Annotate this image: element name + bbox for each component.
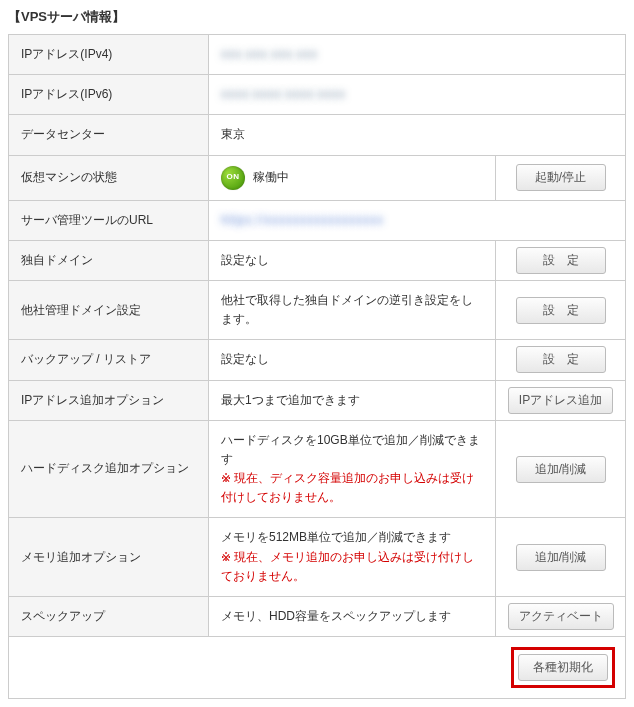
row-ipadd-label: IPアドレス追加オプション	[9, 380, 209, 420]
row-mgmturl-value: https://xxxxxxxxxxxxxxxxx	[209, 200, 626, 240]
row-backup-label: バックアップ / リストア	[9, 340, 209, 380]
on-icon: ON	[221, 166, 245, 190]
backup-config-button[interactable]: 設 定	[516, 346, 606, 373]
row-ipv6-value: xxxx:xxxx:xxxx:xxxx	[209, 75, 626, 115]
row-specup-value: メモリ、HDD容量をスペックアップします	[209, 597, 496, 637]
row-ipadd-value: 最大1つまで追加できます	[209, 380, 496, 420]
row-vmstatus-value: ON 稼働中	[209, 155, 496, 200]
hdd-add-note: ※ 現在、ディスク容量追加のお申し込みは受け付けしておりません。	[221, 471, 474, 504]
row-memadd-label: メモリ追加オプション	[9, 518, 209, 597]
mem-add-remove-button[interactable]: 追加/削減	[516, 544, 606, 571]
page-title: 【VPSサーバ情報】	[8, 8, 626, 26]
row-hddadd-value: ハードディスクを10GB単位で追加／削減できます ※ 現在、ディスク容量追加のお…	[209, 420, 496, 518]
row-ipv4-value: xxx.xxx.xxx.xxx	[209, 35, 626, 75]
ip-add-button[interactable]: IPアドレス追加	[508, 387, 613, 414]
other-domain-config-button[interactable]: 設 定	[516, 297, 606, 324]
row-ipv4-label: IPアドレス(IPv4)	[9, 35, 209, 75]
row-owndomain-label: 独自ドメイン	[9, 240, 209, 280]
highlight-box: 各種初期化	[511, 647, 615, 688]
row-otherdomain-label: 他社管理ドメイン設定	[9, 280, 209, 339]
hdd-add-remove-button[interactable]: 追加/削減	[516, 456, 606, 483]
vm-status-text: 稼働中	[253, 168, 289, 187]
row-datacenter-value: 東京	[209, 115, 626, 155]
row-otherdomain-value: 他社で取得した独自ドメインの逆引き設定をします。	[209, 280, 496, 339]
activate-button[interactable]: アクティベート	[508, 603, 614, 630]
footer-cell: 各種初期化	[9, 637, 626, 699]
row-specup-label: スペックアップ	[9, 597, 209, 637]
row-ipv6-label: IPアドレス(IPv6)	[9, 75, 209, 115]
own-domain-config-button[interactable]: 設 定	[516, 247, 606, 274]
row-backup-value: 設定なし	[209, 340, 496, 380]
row-hddadd-label: ハードディスク追加オプション	[9, 420, 209, 518]
row-datacenter-label: データセンター	[9, 115, 209, 155]
initialize-button[interactable]: 各種初期化	[518, 654, 608, 681]
row-vmstatus-label: 仮想マシンの状態	[9, 155, 209, 200]
row-owndomain-value: 設定なし	[209, 240, 496, 280]
mem-add-note: ※ 現在、メモリ追加のお申し込みは受け付けしておりません。	[221, 550, 474, 583]
vps-info-table: IPアドレス(IPv4) xxx.xxx.xxx.xxx IPアドレス(IPv6…	[8, 34, 626, 699]
row-mgmturl-label: サーバ管理ツールのURL	[9, 200, 209, 240]
start-stop-button[interactable]: 起動/停止	[516, 164, 606, 191]
row-memadd-value: メモリを512MB単位で追加／削減できます ※ 現在、メモリ追加のお申し込みは受…	[209, 518, 496, 597]
